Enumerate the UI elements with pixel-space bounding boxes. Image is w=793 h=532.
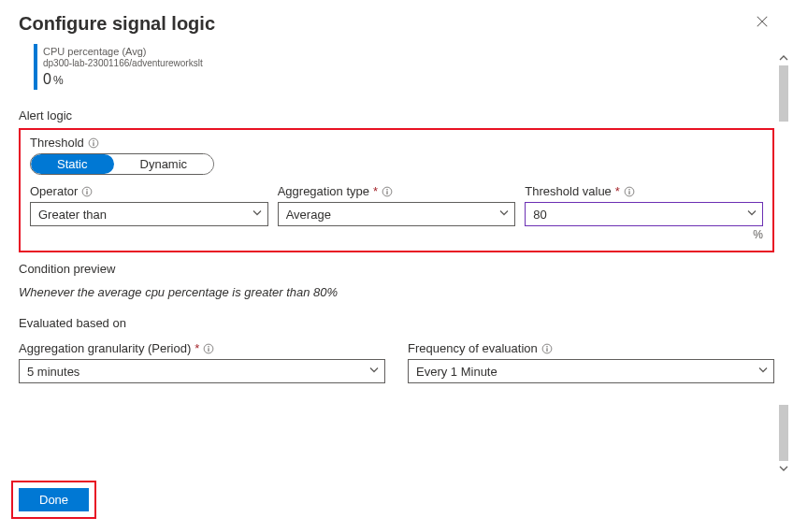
alert-logic-label: Alert logic [19, 108, 774, 122]
svg-rect-13 [628, 191, 629, 194]
metric-value-number: 0 [43, 71, 51, 87]
required-marker: * [195, 341, 199, 355]
aggregation-label: Aggregation type [278, 184, 369, 198]
operator-label: Operator [30, 184, 78, 198]
svg-rect-4 [93, 142, 94, 146]
metric-value: 0% [43, 71, 203, 88]
scrollbar[interactable] [776, 50, 791, 476]
granularity-label-row: Aggregation granularity (Period) * [19, 341, 385, 355]
operator-label-row: Operator [30, 184, 268, 198]
done-button[interactable]: Done [19, 488, 89, 511]
metric-name: CPU percentage (Avg) [43, 46, 203, 58]
info-icon[interactable] [624, 186, 635, 197]
svg-rect-10 [387, 191, 388, 194]
threshold-toggle: Static Dynamic [30, 153, 214, 175]
svg-point-12 [628, 189, 629, 190]
threshold-label: Threshold [30, 136, 84, 150]
aggregation-label-row: Aggregation type * [278, 184, 516, 198]
required-marker: * [615, 184, 620, 198]
svg-point-9 [386, 189, 387, 190]
metric-value-unit: % [53, 74, 64, 87]
threshold-static-option[interactable]: Static [31, 154, 114, 174]
panel-title: Configure signal logic [19, 13, 215, 35]
svg-point-15 [209, 346, 209, 347]
granularity-label: Aggregation granularity (Period) [19, 341, 191, 355]
scroll-up-arrow-icon[interactable] [776, 50, 791, 65]
scrollbar-thumb[interactable] [779, 405, 788, 461]
required-marker: * [373, 184, 378, 198]
metric-path: dp300-lab-23001166/adventureworkslt [43, 58, 203, 69]
condition-preview-label: Condition preview [19, 262, 774, 276]
frequency-label-row: Frequency of evaluation [408, 341, 774, 355]
scrollbar-thumb[interactable] [779, 65, 788, 122]
metric-card: CPU percentage (Avg) dp300-lab-23001166/… [34, 44, 774, 90]
threshold-value-label-row: Threshold value * [525, 184, 763, 198]
aggregation-select[interactable] [278, 202, 516, 226]
metric-accent-bar [34, 44, 37, 90]
scrollbar-track[interactable] [776, 65, 791, 461]
granularity-select[interactable] [19, 359, 385, 383]
panel-footer: Done [11, 481, 96, 519]
threshold-unit: % [525, 228, 763, 241]
info-icon[interactable] [88, 137, 99, 149]
condition-preview-text: Whenever the average cpu percentage is g… [19, 285, 774, 299]
info-icon[interactable] [541, 343, 553, 354]
svg-rect-16 [209, 348, 209, 352]
threshold-value-input[interactable] [525, 202, 763, 226]
threshold-dynamic-option[interactable]: Dynamic [114, 154, 214, 174]
info-icon[interactable] [81, 186, 93, 197]
close-icon[interactable] [750, 13, 774, 33]
threshold-label-row: Threshold [30, 136, 763, 150]
frequency-label: Frequency of evaluation [408, 341, 538, 355]
operator-select[interactable] [30, 202, 268, 226]
svg-rect-7 [87, 191, 88, 194]
svg-rect-19 [546, 348, 547, 352]
info-icon[interactable] [382, 186, 393, 197]
svg-point-6 [87, 189, 88, 190]
info-icon[interactable] [203, 343, 214, 354]
threshold-value-label: Threshold value [525, 184, 612, 198]
frequency-select[interactable] [408, 359, 774, 383]
svg-point-3 [93, 140, 94, 141]
alert-logic-highlight: Threshold Static Dynamic Operator [19, 128, 774, 252]
done-highlight: Done [11, 481, 96, 519]
svg-point-18 [546, 346, 547, 347]
panel-header: Configure signal logic [0, 0, 793, 38]
scroll-down-arrow-icon[interactable] [776, 461, 791, 476]
evaluated-based-on-label: Evaluated based on [19, 316, 774, 330]
